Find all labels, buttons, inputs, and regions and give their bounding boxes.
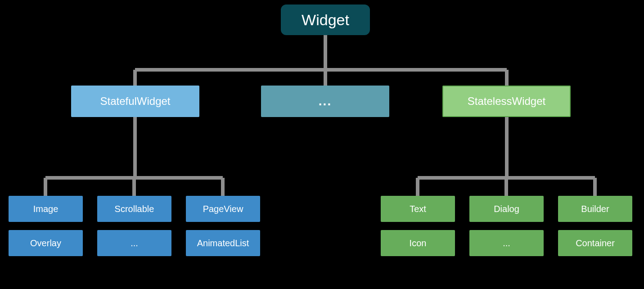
node-builder: Builder: [558, 196, 632, 222]
node-scrollable: Scrollable: [97, 196, 171, 222]
node-stateless-ellipsis: ...: [469, 230, 544, 256]
node-animatedlist: AnimatedList: [186, 230, 260, 256]
node-widget: Widget: [281, 5, 370, 35]
node-container: Container: [558, 230, 632, 256]
node-stateful-widget: StatefulWidget: [71, 86, 199, 117]
node-overlay: Overlay: [9, 230, 83, 256]
node-stateful-ellipsis: ...: [97, 230, 171, 256]
node-text: Text: [381, 196, 455, 222]
connector-lines: [0, 0, 644, 289]
node-icon: Icon: [381, 230, 455, 256]
node-mid-ellipsis: ...: [261, 86, 389, 117]
node-image: Image: [9, 196, 83, 222]
node-stateless-widget: StatelessWidget: [442, 86, 571, 117]
node-pageview: PageView: [186, 196, 260, 222]
node-dialog: Dialog: [469, 196, 544, 222]
